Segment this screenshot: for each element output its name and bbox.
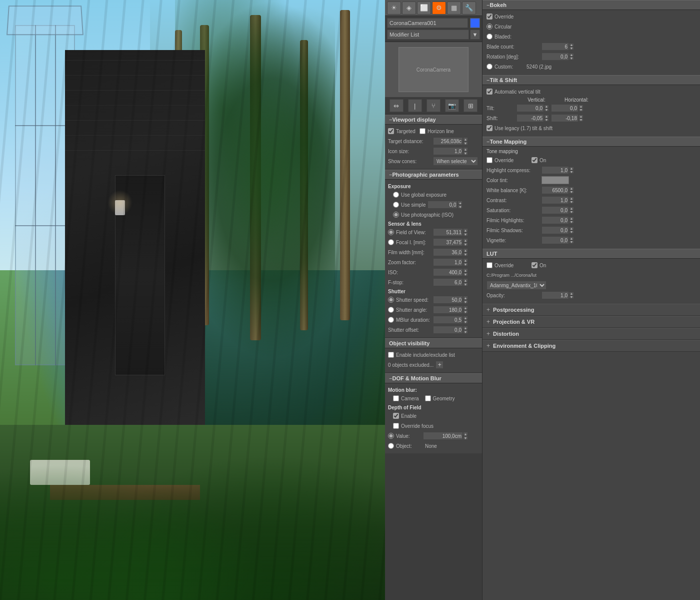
postprocessing-section[interactable]: + Postprocessing xyxy=(482,304,700,316)
geometry-mblur-label[interactable]: Geometry xyxy=(425,395,455,401)
camera-mblur-label[interactable]: Camera xyxy=(393,395,419,401)
fh-down-btn[interactable]: ▼ xyxy=(569,220,574,224)
dof-object-radio[interactable] xyxy=(388,443,394,449)
grid-icon-btn[interactable]: ⊞ xyxy=(464,99,478,112)
bokeh-header[interactable]: − Bokeh xyxy=(482,0,700,10)
projection-vr-section[interactable]: + Projection & VR xyxy=(482,316,700,328)
shutter-angle-radio[interactable] xyxy=(388,307,394,313)
global-exposure-radio[interactable] xyxy=(393,192,399,198)
fs-down-btn[interactable]: ▼ xyxy=(569,230,574,234)
lut-opacity-up-btn[interactable]: ▲ xyxy=(569,292,574,295)
circular-radio-label[interactable]: Circular xyxy=(486,24,512,30)
fstop-input[interactable] xyxy=(433,278,463,286)
camera-name-input[interactable] xyxy=(387,18,468,28)
iso-down-btn[interactable]: ▼ xyxy=(463,272,468,276)
legacy-tilt-checkbox[interactable] xyxy=(486,125,492,131)
bladed-radio[interactable] xyxy=(486,34,492,40)
viewport-display-header[interactable]: − Viewport display xyxy=(385,115,482,125)
targeted-checkbox[interactable] xyxy=(388,128,394,134)
vignette-up-btn[interactable]: ▲ xyxy=(569,237,574,240)
dof-value-radio[interactable] xyxy=(388,433,394,439)
shutter-speed-down-btn[interactable]: ▼ xyxy=(463,300,468,304)
horizon-checkbox-label[interactable]: Horizon line xyxy=(420,128,454,134)
add-object-btn[interactable]: + xyxy=(436,361,444,369)
vignette-down-btn[interactable]: ▼ xyxy=(569,240,574,244)
shift-horiz-down-btn[interactable]: ▼ xyxy=(578,118,584,122)
shutter-offset-down-btn[interactable]: ▼ xyxy=(463,330,468,334)
blade-count-up-btn[interactable]: ▲ xyxy=(569,43,574,47)
tilt-horiz-down-btn[interactable]: ▼ xyxy=(578,108,584,112)
target-distance-input[interactable] xyxy=(433,137,463,145)
tone-mapping-header[interactable]: − Tone Mapping xyxy=(482,137,700,147)
bokeh-override-checkbox[interactable] xyxy=(486,14,492,20)
dof-enable-label[interactable]: Enable xyxy=(393,413,416,419)
focal-radio[interactable] xyxy=(388,239,394,245)
auto-vert-tilt-checkbox[interactable] xyxy=(486,89,492,95)
photographic-iso-label[interactable]: Use photographic (ISO) xyxy=(393,212,454,218)
tilt-vert-up-btn[interactable]: ▲ xyxy=(544,105,549,108)
iso-up-btn[interactable]: ▲ xyxy=(463,268,468,272)
tm-on-checkbox[interactable] xyxy=(532,157,538,163)
shutter-angle-up-btn[interactable]: ▲ xyxy=(463,306,468,310)
mblur-input[interactable] xyxy=(433,316,463,324)
move-icon-btn[interactable]: ⇔ xyxy=(390,99,404,112)
lut-on-checkbox[interactable] xyxy=(532,262,538,268)
fstop-down-btn[interactable]: ▼ xyxy=(463,282,468,286)
highlight-compress-input[interactable] xyxy=(542,166,569,174)
override-focus-checkbox[interactable] xyxy=(393,423,399,429)
icon-size-input[interactable] xyxy=(433,147,463,155)
tilt-horiz-up-btn[interactable]: ▲ xyxy=(578,105,584,108)
blade-count-down-btn[interactable]: ▼ xyxy=(569,47,574,50)
dof-enable-checkbox[interactable] xyxy=(393,413,399,419)
target-dist-down-btn[interactable]: ▼ xyxy=(463,141,468,145)
icon-size-up-btn[interactable]: ▲ xyxy=(463,147,468,151)
zoom-down-btn[interactable]: ▼ xyxy=(463,262,468,266)
shutter-speed-input[interactable] xyxy=(433,296,463,304)
tilt-vert-down-btn[interactable]: ▼ xyxy=(544,108,549,112)
fov-down-btn[interactable]: ▼ xyxy=(463,232,468,236)
simple-up-btn[interactable]: ▲ xyxy=(458,201,462,205)
target-icon-btn[interactable]: | xyxy=(408,99,422,112)
enable-list-checkbox-label[interactable]: Enable include/exclude list xyxy=(388,352,455,358)
tm-on-label[interactable]: On xyxy=(532,157,546,163)
simple-value-input[interactable] xyxy=(428,201,458,209)
fs-up-btn[interactable]: ▲ xyxy=(569,227,574,230)
lut-override-checkbox[interactable] xyxy=(486,262,492,268)
lut-override-label[interactable]: Override xyxy=(486,262,532,268)
show-cones-select[interactable]: When selecte xyxy=(433,157,478,166)
tilt-horiz-input[interactable] xyxy=(551,104,578,112)
icon-size-down-btn[interactable]: ▼ xyxy=(463,151,468,155)
focal-up-btn[interactable]: ▲ xyxy=(463,238,468,242)
lut-preset-select[interactable]: Adanmg_Advantix_100 xyxy=(486,281,546,290)
contrast-down-btn[interactable]: ▼ xyxy=(569,200,574,204)
zoom-input[interactable] xyxy=(433,258,463,266)
filmic-highlights-input[interactable] xyxy=(542,216,569,224)
distortion-section[interactable]: + Distortion xyxy=(482,328,700,340)
dof-object-radio-label[interactable]: Object: xyxy=(388,443,423,449)
simple-down-btn[interactable]: ▼ xyxy=(458,205,462,209)
tools-toolbar-btn[interactable]: 🔧 xyxy=(462,2,476,15)
circular-radio[interactable] xyxy=(486,24,492,30)
fov-input[interactable] xyxy=(433,228,463,236)
bokeh-override-label[interactable]: Override xyxy=(486,14,514,20)
shutter-speed-radio-label[interactable]: Shutter speed: xyxy=(388,297,433,303)
dof-value-down-btn[interactable]: ▼ xyxy=(463,436,468,440)
tm-override-checkbox[interactable] xyxy=(486,157,492,163)
shutter-angle-radio-label[interactable]: Shutter angle: xyxy=(388,307,433,313)
fstop-up-btn[interactable]: ▲ xyxy=(463,278,468,282)
shift-vert-up-btn[interactable]: ▲ xyxy=(544,115,549,118)
graph-toolbar-btn[interactable]: ◈ xyxy=(402,2,416,15)
zoom-up-btn[interactable]: ▲ xyxy=(463,258,468,262)
iso-input[interactable] xyxy=(433,268,463,276)
custom-bokeh-radio-label[interactable]: Custom: xyxy=(486,64,526,70)
highlight-down-btn[interactable]: ▼ xyxy=(569,170,574,174)
shift-vert-down-btn[interactable]: ▼ xyxy=(544,118,549,122)
enable-list-checkbox[interactable] xyxy=(388,352,394,358)
object-toolbar-btn[interactable]: ⬜ xyxy=(417,2,431,15)
environment-clipping-section[interactable]: + Environment & Clipping xyxy=(482,340,700,352)
target-dist-up-btn[interactable]: ▲ xyxy=(463,137,468,141)
focal-input[interactable] xyxy=(433,238,463,246)
rotation-down-btn[interactable]: ▼ xyxy=(569,57,574,60)
lut-opacity-down-btn[interactable]: ▼ xyxy=(569,295,574,299)
shutter-angle-input[interactable] xyxy=(433,306,463,314)
